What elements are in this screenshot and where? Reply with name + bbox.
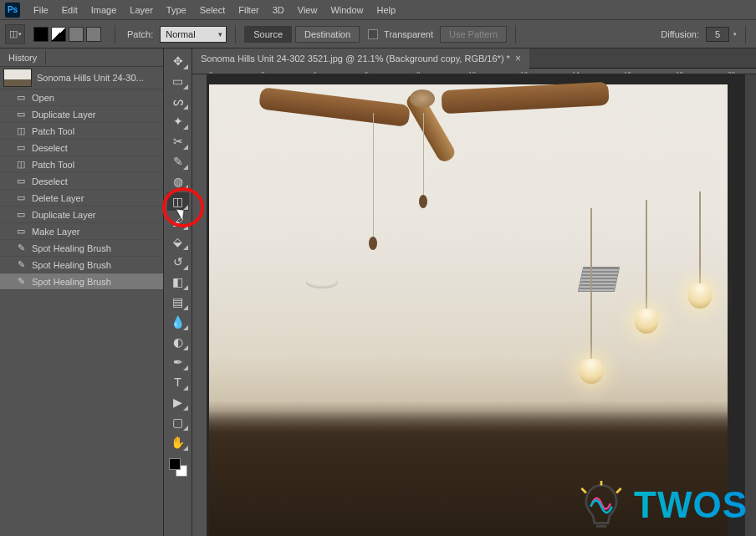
pendant-light <box>646 200 647 309</box>
history-item[interactable]: Delete Layer <box>0 190 163 207</box>
document-tab-title: Sonoma Hills Unit 24-302 3521.jpg @ 21.1… <box>201 54 510 64</box>
cabinetry <box>209 411 728 536</box>
pull-bob <box>419 195 427 208</box>
history-brush-tool[interactable]: ↺ <box>167 253 189 271</box>
history-item-label: Duplicate Layer <box>32 210 95 220</box>
blur-tool[interactable]: 💧 <box>167 313 189 331</box>
chevron-down-icon[interactable]: ▾ <box>733 31 737 38</box>
menu-file[interactable]: File <box>27 3 55 18</box>
smoke-detector <box>306 277 338 288</box>
eraser-tool[interactable]: ◧ <box>167 273 189 291</box>
history-item-label: Patch Tool <box>32 160 74 170</box>
separator <box>115 25 115 43</box>
brush-icon <box>15 276 27 288</box>
document-tab[interactable]: Sonoma Hills Unit 24-302 3521.jpg @ 21.1… <box>192 48 529 69</box>
history-item[interactable]: Make Layer <box>0 223 163 240</box>
pen-tool[interactable]: ✒ <box>167 353 189 371</box>
history-item-label: Deselect <box>32 143 68 153</box>
path-selection-tool[interactable]: ▶ <box>167 393 189 411</box>
menu-select[interactable]: Select <box>193 3 232 18</box>
separator <box>745 25 746 43</box>
clone-stamp-tool[interactable]: ⬙ <box>167 232 189 251</box>
menu-type[interactable]: Type <box>160 3 193 18</box>
ruler-vertical <box>192 74 207 536</box>
patch-mode-dropdown[interactable]: Normal <box>160 26 227 43</box>
lasso-tool[interactable]: ᔕ <box>167 92 189 110</box>
source-button[interactable]: Source <box>244 26 292 43</box>
crop-tool[interactable]: ✂ <box>167 132 189 151</box>
destination-button[interactable]: Destination <box>295 26 360 43</box>
brush-tool[interactable]: 🖌 <box>167 212 189 231</box>
subtract-selection-icon[interactable] <box>69 27 84 42</box>
history-tab[interactable]: History <box>0 48 163 67</box>
tool-preset-picker[interactable]: ◫▾ <box>5 24 25 44</box>
history-item-label: Deselect <box>32 176 68 186</box>
diffusion-input[interactable]: 5 <box>706 27 729 42</box>
history-item[interactable]: Spot Healing Brush <box>0 257 163 273</box>
menu-view[interactable]: View <box>291 3 324 18</box>
options-bar: ◫▾ Patch: Normal Source Destination Tran… <box>0 20 756 48</box>
marquee-tool[interactable]: ▭ <box>167 72 189 90</box>
history-item[interactable]: Spot Healing Brush <box>0 273 163 290</box>
pendant-light <box>699 191 701 283</box>
brush-icon <box>15 259 27 271</box>
doc-icon <box>15 176 27 187</box>
history-item[interactable]: Duplicate Layer <box>0 106 163 123</box>
menu-window[interactable]: Window <box>324 3 370 18</box>
new-selection-icon[interactable] <box>33 27 49 42</box>
gradient-tool[interactable]: ▤ <box>167 293 189 311</box>
history-item-label: Spot Healing Brush <box>32 260 111 270</box>
menu-bar: Ps File Edit Image Layer Type Select Fil… <box>0 0 756 20</box>
intersect-selection-icon[interactable] <box>86 27 101 42</box>
history-item[interactable]: Patch Tool <box>0 123 163 140</box>
close-icon[interactable]: × <box>515 53 521 64</box>
hand-tool[interactable]: ✋ <box>167 433 189 452</box>
app-logo-icon: Ps <box>5 3 20 18</box>
history-panel: History Sonoma Hills Unit 24-30... OpenD… <box>0 48 164 536</box>
menu-image[interactable]: Image <box>84 3 124 18</box>
pull-bob <box>369 237 377 250</box>
history-item[interactable]: Deselect <box>0 173 163 190</box>
fan-hub <box>410 89 435 108</box>
history-item-label: Make Layer <box>32 227 79 237</box>
history-item-label: Duplicate Layer <box>32 110 95 120</box>
snapshot-label: Sonoma Hills Unit 24-30... <box>37 73 144 83</box>
history-item-label: Spot Healing Brush <box>32 243 111 253</box>
eyedropper-tool[interactable]: ✎ <box>167 152 189 171</box>
move-tool[interactable]: ✥ <box>167 52 189 70</box>
diffusion-label: Diffusion: <box>657 29 702 39</box>
add-selection-icon[interactable] <box>51 27 66 42</box>
color-swatches[interactable] <box>167 457 189 478</box>
menu-3d[interactable]: 3D <box>266 3 291 18</box>
doc-icon <box>15 209 27 221</box>
history-item[interactable]: Patch Tool <box>0 156 163 173</box>
spot-healing-tool[interactable]: ◍ <box>167 172 189 191</box>
fan-blade <box>258 87 411 127</box>
history-item[interactable]: Spot Healing Brush <box>0 240 163 257</box>
separator <box>235 25 236 43</box>
doc-icon <box>15 142 27 154</box>
patch-icon: ◫ <box>9 28 18 39</box>
magic-wand-tool[interactable]: ✦ <box>167 112 189 130</box>
brush-icon <box>15 242 27 254</box>
history-item[interactable]: Deselect <box>0 140 163 156</box>
patch-label: Patch: <box>124 29 156 39</box>
history-item[interactable]: Open <box>0 89 163 106</box>
menu-edit[interactable]: Edit <box>55 3 84 18</box>
transparent-label: Transparent <box>381 29 437 39</box>
document-area: Sonoma Hills Unit 24-302 3521.jpg @ 21.1… <box>192 48 756 536</box>
separator <box>515 25 516 43</box>
transparent-checkbox[interactable] <box>368 29 378 39</box>
canvas[interactable] <box>207 74 744 536</box>
snapshot-thumbnail <box>3 69 32 87</box>
menu-filter[interactable]: Filter <box>232 3 265 18</box>
menu-layer[interactable]: Layer <box>123 3 160 18</box>
history-item[interactable]: Duplicate Layer <box>0 207 163 223</box>
menu-help[interactable]: Help <box>370 3 403 18</box>
type-tool[interactable]: T <box>167 373 189 391</box>
dodge-tool[interactable]: ◐ <box>167 333 189 351</box>
patch-tool[interactable]: ◫ <box>167 192 189 211</box>
rectangle-tool[interactable]: ▢ <box>167 413 189 431</box>
panel-strip[interactable] <box>744 74 756 536</box>
history-snapshot[interactable]: Sonoma Hills Unit 24-30... <box>0 67 163 89</box>
